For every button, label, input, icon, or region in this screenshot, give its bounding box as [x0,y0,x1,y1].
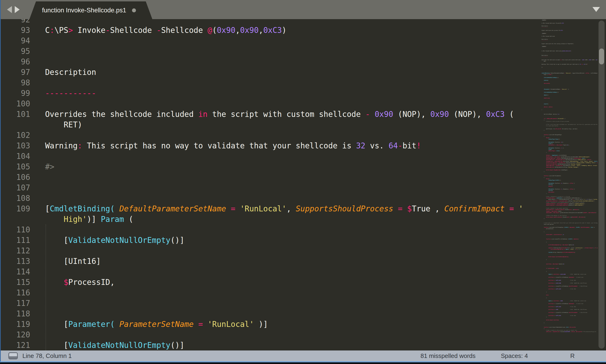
line-number[interactable]: 121 [1,340,30,351]
line-number[interactable]: 108 [1,193,30,204]
code-line[interactable]: 96 [1,56,541,67]
code-text: [UInt16] [45,256,101,266]
indent-setting[interactable]: Spaces: 4 [501,351,528,362]
code-line[interactable]: RET) [1,119,541,130]
forward-arrow-icon[interactable] [15,6,20,13]
taskbar-edge [0,362,606,364]
code-text: [ValidateNotNullOrEmpty()] [45,235,184,246]
line-number[interactable]: 104 [1,151,30,161]
code-text: Description [45,67,96,78]
line-number[interactable]: 93 [1,25,30,36]
modified-dot-icon [132,8,136,12]
code-line[interactable]: 115 $ProcessID, [1,277,541,287]
code-text: Warning: This script has no way to valid… [45,141,421,151]
tab-list-dropdown-icon[interactable] [592,7,600,12]
line-number[interactable]: 96 [1,56,30,67]
code-line[interactable]: 111 [ValidateNotNullOrEmpty()] [1,235,541,246]
syntax-mode[interactable]: R [570,351,575,362]
line-number[interactable]: 99 [1,88,30,98]
code-line[interactable]: 103Warning: This script has no way to va… [1,141,541,151]
code-text: [ValidateNotNullOrEmpty()] [45,340,184,351]
code-text: #> [45,161,55,172]
minimap-line: Overrides the shellcode included in the … [541,59,598,61]
line-number[interactable]: 94 [1,36,30,46]
minimap[interactable]: .EXAMPLEC:\PS> Invoke-Shellcode -Process… [541,20,598,351]
line-number[interactable]: 111 [1,235,30,246]
code-line[interactable]: 93C:\PS> Invoke-Shellcode -Shellcode @(0… [1,25,541,36]
line-number[interactable]: 109 [1,204,30,214]
misspelled-count: 81 misspelled words [421,351,476,362]
line-number[interactable] [1,119,30,130]
code-line[interactable]: 114 [1,266,541,277]
line-number[interactable]: 105 [1,161,30,172]
code-line[interactable]: 99----------- [1,88,541,98]
line-number[interactable]: 112 [1,246,30,256]
code-text: RET) [45,119,82,130]
line-number[interactable]: 106 [1,172,30,182]
code-line[interactable]: 113 [UInt16] [1,256,541,266]
line-number[interactable]: 102 [1,130,30,141]
line-number[interactable]: 107 [1,182,30,193]
code-line[interactable]: 104 [1,151,541,161]
code-lines: 9293C:\PS> Invoke-Shellcode -Shellcode @… [1,19,541,351]
code-text: Overrides the shellcode included in the … [45,109,514,119]
scrollbar-thumb[interactable] [599,49,604,65]
code-line[interactable]: 108 [1,193,541,204]
line-number[interactable]: 119 [1,319,30,329]
code-line[interactable]: 94 [1,36,541,46]
code-text: ----------- [45,88,96,98]
code-line[interactable]: 101Overrides the shellcode included in t… [1,109,541,119]
minimap-line: $HandleRef = New-Object System.Runtime.I… [541,212,598,213]
line-number[interactable]: 103 [1,141,30,151]
line-number[interactable]: 116 [1,287,30,298]
code-line[interactable]: 109[CmdletBinding( DefaultParameterSetNa… [1,204,541,214]
code-line[interactable]: 102 [1,130,541,141]
code-line[interactable]: 105#> [1,161,541,172]
line-number[interactable]: 95 [1,46,30,56]
line-number[interactable]: 120 [1,329,30,340]
code-line[interactable]: 92 [1,19,541,25]
tab-bar: function Invoke-Shellcode.ps1 [0,0,606,19]
line-number[interactable]: 101 [1,109,30,119]
file-tab[interactable]: function Invoke-Shellcode.ps1 [29,1,152,19]
line-number[interactable]: 92 [1,19,30,25]
panel-toggle-icon[interactable] [8,352,18,359]
back-arrow-icon[interactable] [7,6,12,13]
line-number[interactable]: 97 [1,67,30,78]
code-line[interactable]: 110 [1,224,541,235]
code-line[interactable]: 97Description [1,67,541,78]
code-line[interactable]: 121 [ValidateNotNullOrEmpty()] [1,340,541,351]
line-number[interactable]: 117 [1,298,30,309]
minimap-line [541,333,598,334]
code-line[interactable]: 117 [1,298,541,309]
minimap-line: $hProcess = $OpenProcess.Invoke(0x001F0F… [541,331,598,333]
scrollbar-track[interactable] [599,21,605,349]
code-line[interactable]: 100 [1,98,541,109]
code-line[interactable]: 116 [1,287,541,298]
window-left-border [0,0,1,362]
code-line[interactable]: 98 [1,78,541,88]
line-number[interactable]: 114 [1,266,30,277]
line-number[interactable]: 115 [1,277,30,287]
code-text: [Parameter( ParameterSetName = 'RunLocal… [45,319,268,329]
line-number[interactable]: 118 [1,309,30,319]
code-line[interactable]: 107 [1,182,541,193]
tab-label: function Invoke-Shellcode.ps1 [42,1,126,19]
code-line[interactable]: 106 [1,172,541,182]
code-line[interactable]: 118 [1,309,541,319]
line-number[interactable]: 110 [1,224,30,235]
sublime-text-window: function Invoke-Shellcode.ps1 9293C:\PS>… [0,0,606,364]
line-number[interactable] [1,214,30,224]
line-number[interactable]: 98 [1,78,30,88]
code-text: High')] Param ( [45,214,133,224]
editor[interactable]: 9293C:\PS> Invoke-Shellcode -Shellcode @… [1,19,541,351]
code-line[interactable]: 119 [Parameter( ParameterSetName = 'RunL… [1,319,541,329]
code-line[interactable]: 112 [1,246,541,256]
line-number[interactable]: 113 [1,256,30,266]
caret-position: Line 78, Column 1 [22,351,72,362]
code-line[interactable]: High')] Param ( [1,214,541,224]
code-text: $ProcessID, [45,277,115,287]
code-line[interactable]: 95 [1,46,541,56]
code-line[interactable]: 120 [1,329,541,340]
line-number[interactable]: 100 [1,98,30,109]
